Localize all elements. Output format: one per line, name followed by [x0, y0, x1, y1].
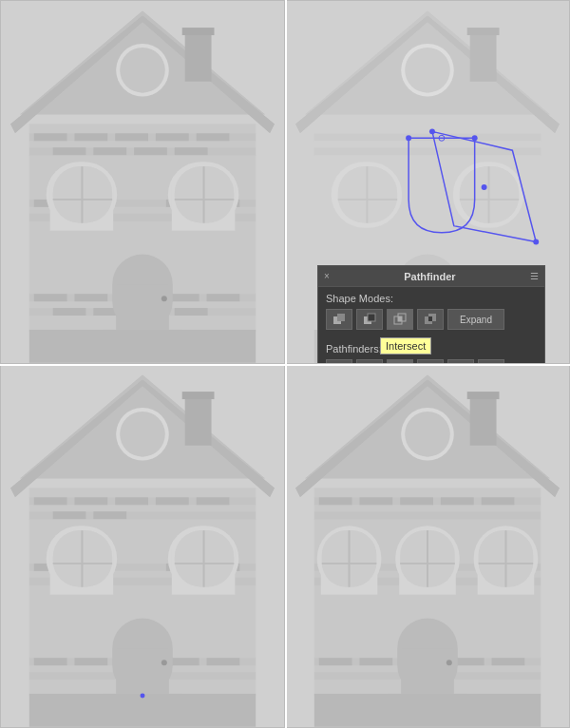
svg-rect-118: [74, 497, 107, 505]
svg-point-81: [482, 184, 487, 190]
svg-rect-17: [53, 147, 86, 155]
svg-rect-83: [337, 314, 345, 321]
svg-rect-196: [314, 694, 541, 727]
svg-rect-170: [319, 658, 352, 665]
pathfinders-section: Pathfinders:: [318, 337, 544, 364]
panel-close-icon[interactable]: ×: [324, 271, 330, 281]
svg-rect-14: [115, 133, 148, 141]
svg-rect-120: [156, 497, 189, 505]
svg-rect-18: [93, 147, 126, 155]
intersect-button[interactable]: [387, 309, 413, 330]
svg-rect-156: [470, 393, 497, 446]
svg-point-37: [120, 48, 165, 93]
svg-rect-28: [74, 294, 107, 301]
svg-rect-166: [359, 497, 392, 505]
svg-rect-121: [197, 497, 230, 505]
svg-rect-91: [428, 316, 432, 321]
shape-modes-section: Shape Modes:: [318, 287, 544, 337]
svg-rect-13: [74, 133, 107, 141]
svg-rect-16: [197, 133, 230, 141]
svg-point-80: [533, 239, 539, 245]
svg-point-50: [162, 296, 167, 301]
svg-rect-88: [398, 316, 402, 321]
svg-rect-35: [175, 308, 208, 316]
svg-rect-109: [182, 392, 215, 399]
svg-rect-57: [467, 28, 500, 35]
shape-modes-buttons: Expand: [326, 309, 537, 330]
pathfinders-label: Pathfinders:: [326, 343, 537, 354]
svg-rect-130: [34, 658, 67, 665]
svg-rect-148: [116, 648, 169, 696]
svg-rect-20: [175, 147, 208, 155]
svg-rect-193: [401, 648, 454, 696]
svg-rect-168: [441, 497, 474, 505]
main-canvas: × Pathfinder ☰ Shape Modes:: [0, 0, 570, 728]
shape-modes-label: Shape Modes:: [326, 293, 537, 304]
svg-rect-15: [156, 133, 189, 141]
svg-point-136: [120, 412, 165, 457]
svg-rect-108: [185, 393, 212, 446]
svg-point-62: [405, 48, 450, 93]
svg-rect-122: [53, 511, 86, 519]
panel-title: Pathfinder: [404, 271, 455, 282]
svg-rect-169: [482, 497, 515, 505]
pathfinder-panel: × Pathfinder ☰ Shape Modes:: [317, 265, 545, 364]
svg-rect-167: [400, 497, 433, 505]
svg-rect-134: [207, 658, 240, 665]
svg-point-176: [405, 412, 450, 457]
svg-rect-160: [314, 511, 541, 519]
svg-rect-117: [34, 497, 67, 505]
horizontal-divider: [0, 364, 570, 366]
svg-rect-49: [116, 284, 169, 332]
svg-rect-59: [314, 133, 541, 141]
quadrant-top-right: × Pathfinder ☰ Shape Modes:: [285, 0, 570, 364]
exclude-button[interactable]: [417, 309, 444, 330]
svg-rect-157: [467, 392, 500, 399]
svg-rect-56: [470, 29, 497, 82]
svg-point-149: [162, 660, 167, 665]
svg-rect-85: [368, 314, 375, 321]
svg-rect-31: [207, 294, 240, 301]
svg-rect-12: [34, 133, 67, 141]
svg-point-194: [446, 660, 452, 665]
svg-point-75: [406, 135, 411, 141]
svg-rect-3: [185, 29, 212, 82]
svg-rect-151: [29, 694, 256, 727]
panel-header: × Pathfinder ☰: [318, 266, 544, 287]
svg-rect-32: [53, 308, 86, 316]
svg-point-76: [472, 135, 478, 141]
svg-rect-19: [134, 147, 167, 155]
svg-rect-131: [74, 658, 107, 665]
svg-rect-4: [182, 28, 215, 35]
svg-point-152: [141, 693, 145, 698]
minus-front-button[interactable]: [356, 309, 383, 330]
svg-rect-123: [93, 511, 126, 519]
quadrant-top-left: [0, 0, 285, 364]
quadrant-bottom-right: [285, 364, 570, 728]
expand-button[interactable]: Expand: [447, 309, 504, 330]
svg-rect-171: [359, 658, 392, 665]
svg-rect-174: [492, 658, 525, 665]
svg-rect-165: [319, 497, 352, 505]
svg-rect-52: [29, 330, 256, 363]
panel-menu-icon[interactable]: ☰: [530, 271, 539, 281]
svg-point-79: [429, 128, 435, 134]
svg-rect-119: [115, 497, 148, 505]
quadrant-bottom-left: [0, 364, 285, 728]
svg-rect-27: [34, 294, 67, 301]
unite-button[interactable]: [326, 309, 352, 330]
